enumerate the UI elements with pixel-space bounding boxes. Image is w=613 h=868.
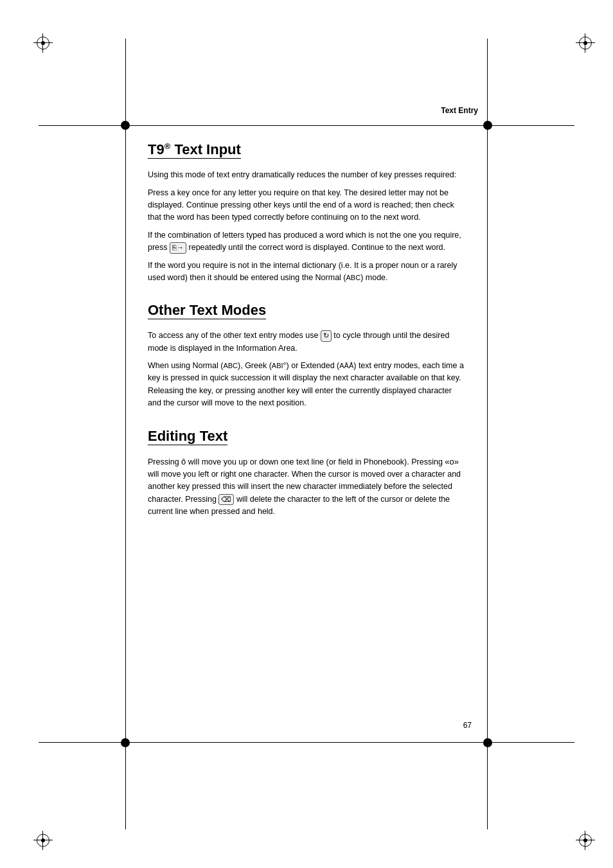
intersection-tr (483, 121, 492, 130)
abc-label: ABC (346, 274, 361, 281)
border-left (125, 39, 126, 829)
editing-text-title: Editing Text (148, 428, 227, 444)
page: Text Entry T9® Text Input Using this mod… (0, 0, 613, 868)
border-bottom (39, 742, 574, 743)
border-right (487, 39, 488, 829)
page-number: 67 (463, 721, 478, 733)
other-modes-title: Other Text Modes (148, 302, 266, 318)
editing-text-para-1: Pressing ô will move you up or down one … (148, 456, 465, 518)
key-symbol-3: ⌫ (218, 494, 234, 505)
section-t9: T9® Text Input Using this mode of text e… (148, 141, 465, 284)
t9-section-title: T9® Text Input (148, 141, 241, 157)
t9-para-1: Using this mode of text entry dramatical… (148, 169, 465, 181)
main-content: T9® Text Input Using this mode of text e… (135, 135, 478, 733)
t9-para-4: If the word you require is not in the in… (148, 260, 465, 285)
section-other-text-modes: Other Text Modes To access any of the ot… (148, 302, 465, 409)
intersection-br (483, 738, 492, 747)
t9-para-2: Press a key once for any letter you requ… (148, 187, 465, 224)
header: Text Entry (0, 106, 613, 115)
border-top (39, 125, 574, 126)
section-editing-text: Editing Text Pressing ô will move you up… (148, 428, 465, 518)
key-symbol-2: ↻ (321, 330, 332, 341)
nav-up-down: ô (181, 457, 186, 466)
other-modes-para-1: To access any of the other text entry mo… (148, 330, 465, 355)
t9-para-3: If the combination of letters typed has … (148, 229, 465, 254)
intersection-bl (121, 738, 130, 747)
nav-left-right: «o» (445, 457, 459, 466)
extended-label: AÄÅ (339, 362, 353, 369)
greek-label: ABI (272, 362, 283, 369)
intersection-tl (121, 121, 130, 130)
header-title: Text Entry (441, 106, 478, 115)
normal-abc: ABC (223, 362, 238, 369)
key-symbol-1: ⎘→ (170, 242, 186, 253)
other-modes-para-2: When using Normal (ABC), Greek (ABI°) or… (148, 360, 465, 410)
